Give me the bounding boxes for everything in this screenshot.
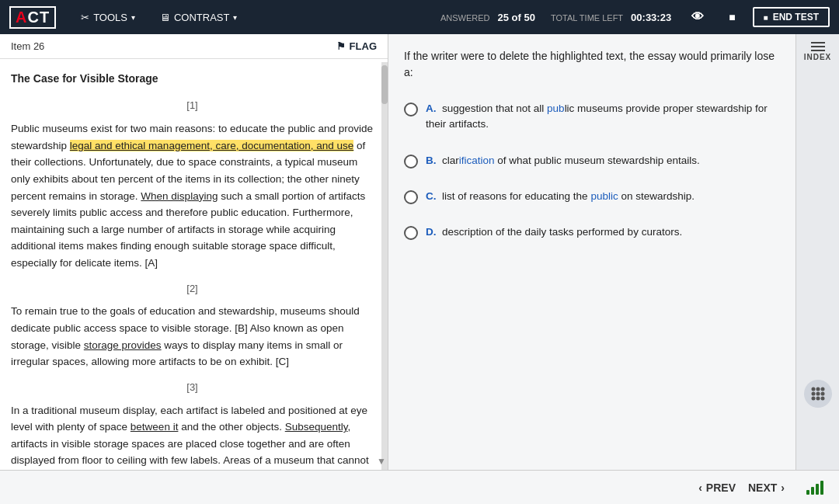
passage-content[interactable]: The Case for Visible Storage [1] Public … [0,59,388,470]
option-d[interactable]: D. description of the daily tasks perfor… [404,221,780,243]
index-label: INDEX [804,53,832,61]
highlighted-text: legal and ethical management, care, docu… [70,140,354,151]
paragraph-2: To remain true to the goals of education… [11,303,374,370]
option-c[interactable]: C. list of reasons for educating the pub… [404,186,780,207]
answered-value: 25 of 50 [498,12,535,23]
end-test-label: END TEST [773,12,819,23]
signal-bar-1 [806,490,809,495]
accessibility-button[interactable]: 👁 [687,9,708,26]
signal-bar-4 [820,481,823,495]
paragraph-1: Public museums exist for two main reason… [11,120,374,271]
top-navigation: ACT ✂ TOOLS ▾ 🖥 CONTRAST ▾ ANSWERED 25 o… [0,0,839,34]
option-b-label: B. clarification of what public museum s… [426,153,700,169]
calculator-button[interactable]: ■ [724,9,740,25]
flag-button[interactable]: ⚑ FLAG [336,40,377,52]
option-a-radio[interactable] [404,103,418,116]
end-test-icon: ■ [764,13,768,22]
accessibility-widget[interactable] [804,380,832,408]
option-a-label: A. suggestion that not all public museum… [426,101,780,133]
passage-title: The Case for Visible Storage [11,70,374,87]
option-c-label: C. list of reasons for educating the pub… [426,189,695,204]
question-panel: If the writer were to delete the highlig… [388,34,795,470]
paragraph-3-num: [3] [11,380,374,396]
prev-label: PREV [706,481,736,494]
item-header: Item 26 ⚑ FLAG [0,34,388,59]
accessibility-icon: 👁 [691,10,704,24]
option-d-radio[interactable] [404,226,418,240]
tools-button[interactable]: ✂ TOOLS ▾ [75,9,141,26]
svg-point-1 [816,388,820,391]
contrast-icon: 🖥 [160,12,170,23]
svg-point-7 [816,397,820,401]
end-test-button[interactable]: ■ END TEST [753,7,830,27]
time-label: TOTAL TIME LEFT [551,13,623,23]
dots-grid-icon [809,385,827,402]
tools-label: TOOLS [93,12,127,23]
calculator-icon: ■ [729,11,735,23]
paragraph-2-num: [2] [11,281,374,297]
option-a[interactable]: A. suggestion that not all public museum… [404,98,780,136]
paragraph-1-num: [1] [11,98,374,114]
index-panel: INDEX [795,34,839,470]
option-b[interactable]: B. clarification of what public museum s… [404,150,780,172]
item-number: Item 26 [11,40,44,52]
contrast-chevron-icon: ▾ [233,13,237,22]
answered-label: ANSWERED [440,13,490,23]
contrast-button[interactable]: 🖥 CONTRAST ▾ [154,9,244,26]
prev-button[interactable]: ‹ PREV [698,481,736,494]
question-text: If the writer were to delete the highlig… [404,48,780,81]
svg-point-3 [811,392,815,396]
tools-chevron-icon: ▾ [131,13,135,22]
svg-point-5 [820,392,824,396]
option-d-label: D. description of the daily tasks perfor… [426,224,682,240]
underlined-text-2: storage provides [84,339,162,351]
prev-arrow-icon: ‹ [698,481,702,494]
index-button[interactable]: INDEX [804,42,832,61]
hamburger-icon [811,42,825,51]
svg-point-6 [811,397,815,401]
svg-point-4 [816,392,820,396]
passage-panel: Item 26 ⚑ FLAG The Case for Visible Stor… [0,34,388,470]
paragraph-3: In a traditional museum display, each ar… [11,402,374,471]
act-logo: ACT [9,6,56,29]
flag-label: FLAG [350,40,377,52]
svg-point-8 [820,397,824,401]
option-c-radio[interactable] [404,190,418,204]
flag-icon: ⚑ [336,40,346,52]
next-label: NEXT [748,481,777,494]
signal-bar-2 [811,487,814,495]
answered-stat: ANSWERED 25 of 50 [440,12,535,23]
contrast-label: CONTRAST [174,12,230,23]
test-stats: ANSWERED 25 of 50 TOTAL TIME LEFT 00:33:… [440,9,740,26]
underlined-text-3: between it [131,421,179,433]
time-value: 00:33:23 [631,12,671,23]
option-b-radio[interactable] [404,155,418,169]
tools-icon: ✂ [81,12,89,23]
bottom-navigation: ‹ PREV NEXT › [0,470,839,504]
next-button[interactable]: NEXT › [748,481,785,494]
signal-bars [806,481,823,495]
next-arrow-icon: › [781,481,785,494]
time-stat: TOTAL TIME LEFT 00:33:23 [551,12,671,23]
signal-bar-3 [816,484,819,495]
underlined-text-1: When displaying [141,190,218,202]
scroll-down-arrow[interactable]: ▼ [377,456,386,467]
svg-point-2 [820,388,824,391]
svg-point-0 [811,388,815,391]
underlined-text-4: Subsequently [285,421,348,433]
